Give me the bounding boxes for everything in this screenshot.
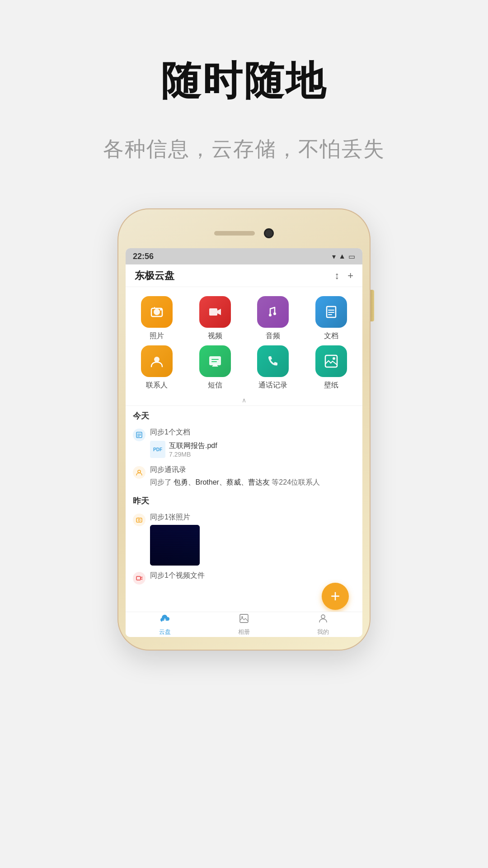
nav-item-album[interactable]: 相册 xyxy=(205,613,284,636)
timeline-content-contact: 同步通讯录 同步了 包勇、Brother、蔡威、曹达友 等224位联系人 xyxy=(150,465,355,488)
svg-rect-11 xyxy=(209,356,221,365)
timeline-title-contact: 同步通讯录 xyxy=(150,465,355,475)
svg-rect-21 xyxy=(136,518,142,522)
grid-item-wallpaper[interactable]: 壁纸 xyxy=(305,345,358,390)
grid-item-video[interactable]: 视频 xyxy=(188,296,242,341)
nav-label-cloud: 云盘 xyxy=(159,628,171,636)
timeline-item-contact: 同步通讯录 同步了 包勇、Brother、蔡威、曹达友 等224位联系人 xyxy=(133,462,355,491)
svg-point-5 xyxy=(273,312,276,315)
grid-icon-doc xyxy=(315,296,347,328)
sort-icon[interactable]: ↕ xyxy=(334,270,339,282)
file-info: 互联网报告.pdf 7.29MB xyxy=(169,441,217,458)
svg-point-15 xyxy=(333,357,335,360)
svg-point-25 xyxy=(241,616,243,618)
grid-label-video: 视频 xyxy=(208,331,222,341)
timeline-title-video: 同步1个视频文件 xyxy=(150,571,355,580)
timeline-item-photo: 同步1张照片 xyxy=(133,510,355,568)
grid-label-wallpaper: 壁纸 xyxy=(324,381,338,390)
app-grid: 照片 视频 音频 xyxy=(126,287,362,395)
mine-icon xyxy=(318,613,328,627)
grid-label-sms: 短信 xyxy=(208,381,222,390)
hero-title: 随时随地 xyxy=(161,54,327,108)
signal-icon: ▲ xyxy=(338,252,346,260)
hero-section: 随时随地 各种信息，云存储，不怕丢失 xyxy=(0,0,488,190)
grid-item-contact[interactable]: 联系人 xyxy=(130,345,184,390)
svg-point-0 xyxy=(154,309,160,315)
grid-label-contact: 联系人 xyxy=(146,381,168,390)
timeline-icon-contact xyxy=(133,466,145,479)
phone-screen: 22:56 ▾ ▲ ▭ 东极云盘 ↕ + xyxy=(126,248,362,637)
file-size: 7.29MB xyxy=(169,451,217,458)
grid-icon-wallpaper xyxy=(315,345,347,377)
grid-icon-video xyxy=(199,296,231,328)
phone-outer: 22:56 ▾ ▲ ▭ 东极云盘 ↕ + xyxy=(117,208,371,651)
timeline-content-photo: 同步1张照片 xyxy=(150,513,355,566)
header-icons[interactable]: ↕ + xyxy=(334,270,353,282)
grid-icon-sms xyxy=(199,345,231,377)
nav-label-mine: 我的 xyxy=(317,628,329,636)
svg-point-2 xyxy=(160,309,162,311)
add-icon[interactable]: + xyxy=(347,270,353,282)
grid-item-call[interactable]: 通话记录 xyxy=(246,345,300,390)
timeline-content-doc: 同步1个文档 PDF 互联网报告.pdf 7.29MB xyxy=(150,428,355,460)
cloud-icon xyxy=(160,613,170,627)
svg-point-22 xyxy=(138,519,140,521)
phone-speaker xyxy=(214,231,255,236)
timeline-item-doc: 同步1个文档 PDF 互联网报告.pdf 7.29MB xyxy=(133,425,355,462)
svg-point-10 xyxy=(154,357,160,362)
grid-label-call: 通话记录 xyxy=(258,381,287,390)
grid-item-doc[interactable]: 文档 xyxy=(305,296,358,341)
wifi-icon: ▾ xyxy=(332,252,336,261)
app-header: 东极云盘 ↕ + xyxy=(126,264,362,287)
svg-point-4 xyxy=(269,314,272,316)
file-icon-pdf: PDF xyxy=(150,441,165,458)
file-item: PDF 互联网报告.pdf 7.29MB xyxy=(150,439,355,460)
timeline-date-yesterday: 昨天 xyxy=(133,491,355,510)
timeline-icon-photo xyxy=(133,514,145,526)
timeline-icon-doc xyxy=(133,429,145,441)
grid-icon-contact xyxy=(141,345,173,377)
grid-item-photo[interactable]: 照片 xyxy=(130,296,184,341)
timeline-content-video: 同步1个视频文件 xyxy=(150,571,355,582)
timeline-section: 今天 同步1个文档 PDF 互联网报告.pdf 7.29MB xyxy=(126,406,362,587)
nav-item-mine[interactable]: 我的 xyxy=(283,613,362,636)
photo-thumb-inner xyxy=(150,525,200,566)
phone-mockup: 22:56 ▾ ▲ ▭ 东极云盘 ↕ + xyxy=(117,208,371,651)
timeline-title-photo: 同步1张照片 xyxy=(150,513,355,522)
collapse-arrow[interactable]: ∧ xyxy=(126,395,362,406)
grid-item-sms[interactable]: 短信 xyxy=(188,345,242,390)
svg-rect-14 xyxy=(325,355,337,367)
svg-point-26 xyxy=(321,615,325,618)
grid-label-music: 音频 xyxy=(266,331,280,341)
nav-label-album: 相册 xyxy=(238,628,250,636)
file-name: 互联网报告.pdf xyxy=(169,441,217,451)
svg-rect-24 xyxy=(240,614,248,623)
status-icons: ▾ ▲ ▭ xyxy=(332,252,355,261)
svg-point-20 xyxy=(138,470,141,473)
grid-item-music[interactable]: 音频 xyxy=(246,296,300,341)
grid-icon-music xyxy=(257,296,289,328)
svg-rect-23 xyxy=(136,576,141,580)
timeline-date-today: 今天 xyxy=(133,406,355,425)
contact-sync-text: 同步了 包勇、Brother、蔡威、曹达友 等224位联系人 xyxy=(150,476,355,488)
fab-button[interactable]: + xyxy=(322,583,349,610)
grid-label-photo: 照片 xyxy=(150,331,164,341)
timeline-item-video: 同步1个视频文件 xyxy=(133,568,355,587)
phone-side-button xyxy=(371,290,374,321)
hero-subtitle: 各种信息，云存储，不怕丢失 xyxy=(103,135,385,163)
phone-top-bar xyxy=(126,222,362,245)
album-icon xyxy=(239,613,249,627)
bottom-nav: 云盘 相册 我的 xyxy=(126,612,362,637)
status-time: 22:56 xyxy=(133,252,154,261)
battery-icon: ▭ xyxy=(348,252,355,261)
svg-rect-3 xyxy=(209,308,217,316)
timeline-title-doc: 同步1个文档 xyxy=(150,428,355,437)
status-bar: 22:56 ▾ ▲ ▭ xyxy=(126,248,362,264)
phone-camera xyxy=(264,228,274,238)
grid-icon-call xyxy=(257,345,289,377)
grid-icon-photo xyxy=(141,296,173,328)
app-title: 东极云盘 xyxy=(135,269,174,283)
photo-thumbnail xyxy=(150,525,200,566)
nav-item-cloud[interactable]: 云盘 xyxy=(126,613,205,636)
timeline-icon-video xyxy=(133,572,145,585)
